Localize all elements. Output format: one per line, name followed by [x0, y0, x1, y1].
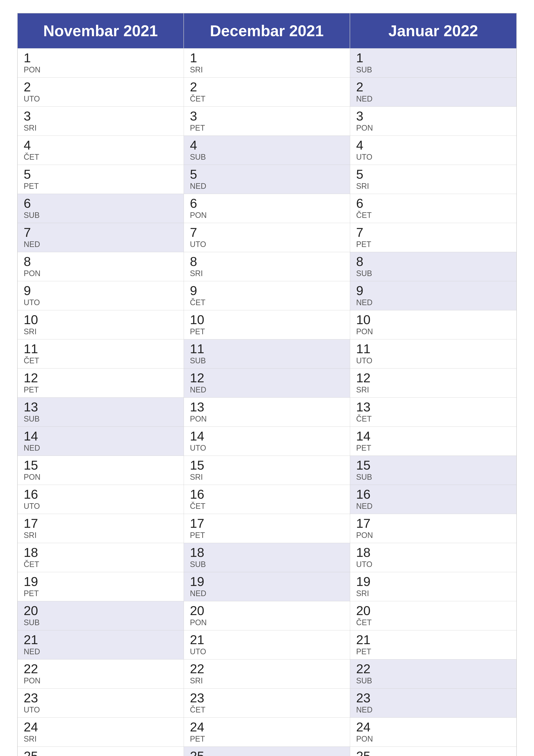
- day-cell: 21NED: [18, 630, 184, 659]
- day-cell: 6SUB: [18, 194, 184, 223]
- day-cell: 10PET: [184, 310, 350, 339]
- day-number: 16: [24, 488, 178, 501]
- day-name: PON: [24, 676, 178, 685]
- day-number: 8: [356, 255, 510, 268]
- day-cell: 3PET: [184, 106, 350, 136]
- day-name: NED: [190, 589, 344, 598]
- day-cell: 19NED: [184, 572, 350, 601]
- day-number: 1: [356, 51, 510, 65]
- day-name: SRI: [190, 65, 344, 74]
- month-header-nov: Novembar 2021: [18, 14, 184, 48]
- day-cell: 12PET: [18, 368, 184, 397]
- day-name: UTO: [356, 356, 510, 365]
- day-cell: 19PET: [18, 572, 184, 601]
- day-number: 11: [190, 342, 344, 355]
- day-number: 18: [24, 546, 178, 559]
- day-cell: 9UTO: [18, 281, 184, 310]
- day-name: UTO: [356, 152, 510, 162]
- day-name: UTO: [24, 502, 178, 511]
- day-number: 8: [24, 255, 178, 268]
- day-name: UTO: [190, 647, 344, 656]
- day-cell: 4UTO: [350, 136, 516, 165]
- day-name: ČET: [356, 618, 510, 627]
- day-cell: 13ČET: [350, 397, 516, 426]
- day-number: 21: [24, 634, 178, 646]
- day-number: 12: [24, 371, 178, 385]
- day-number: 23: [24, 691, 178, 705]
- day-name: PET: [24, 182, 178, 191]
- day-name: PET: [24, 385, 178, 394]
- day-cell: 17SRI: [18, 514, 184, 543]
- day-number: 6: [190, 197, 344, 210]
- day-cell: 25UTO: [350, 746, 516, 756]
- day-name: ČET: [190, 705, 344, 715]
- day-name: SUB: [24, 415, 178, 423]
- day-name: PON: [356, 531, 510, 540]
- day-cell: 3SRI: [18, 106, 184, 136]
- day-cell: 25SUB: [184, 746, 350, 756]
- day-name: SRI: [190, 472, 344, 482]
- day-cell: 17PET: [184, 514, 350, 543]
- day-name: NED: [356, 298, 510, 307]
- day-number: 22: [356, 662, 510, 675]
- day-name: SRI: [356, 589, 510, 598]
- day-number: 23: [356, 691, 510, 705]
- day-number: 23: [190, 691, 344, 705]
- day-name: PET: [190, 531, 344, 540]
- day-number: 7: [356, 226, 510, 239]
- day-number: 18: [190, 546, 344, 559]
- day-name: PON: [356, 123, 510, 133]
- day-name: SUB: [356, 676, 510, 685]
- day-name: NED: [24, 647, 178, 656]
- day-name: SRI: [356, 182, 510, 191]
- day-number: 11: [356, 342, 510, 355]
- day-name: ČET: [190, 94, 344, 103]
- day-number: 21: [190, 634, 344, 646]
- day-number: 15: [24, 459, 178, 472]
- day-cell: 1SUB: [350, 48, 516, 77]
- day-name: SRI: [24, 327, 178, 336]
- day-number: 19: [190, 575, 344, 588]
- day-cell: 12NED: [184, 368, 350, 397]
- day-cell: 18ČET: [18, 543, 184, 572]
- day-cell: 7PET: [350, 223, 516, 252]
- day-number: 20: [24, 604, 178, 617]
- day-cell: 6PON: [184, 194, 350, 223]
- day-cell: 2ČET: [184, 77, 350, 106]
- day-cell: 23NED: [350, 688, 516, 717]
- day-cell: 8SUB: [350, 252, 516, 281]
- day-number: 19: [356, 575, 510, 588]
- day-cell: 25ČET: [18, 746, 184, 756]
- day-number: 5: [190, 168, 344, 181]
- day-cell: 10PON: [350, 310, 516, 339]
- day-cell: 5PET: [18, 165, 184, 194]
- day-name: SUB: [190, 152, 344, 162]
- day-number: 3: [190, 110, 344, 122]
- day-number: 9: [190, 284, 344, 297]
- day-name: UTO: [190, 240, 344, 249]
- day-number: 4: [24, 139, 178, 152]
- day-cell: 22SRI: [184, 659, 350, 688]
- day-name: UTO: [190, 444, 344, 452]
- day-cell: 11ČET: [18, 339, 184, 368]
- day-number: 11: [24, 342, 178, 355]
- day-cell: 24SRI: [18, 717, 184, 746]
- day-number: 8: [190, 255, 344, 268]
- day-number: 6: [356, 197, 510, 210]
- day-cell: 15SUB: [350, 456, 516, 485]
- day-cell: 4ČET: [18, 136, 184, 165]
- day-name: ČET: [24, 152, 178, 162]
- day-cell: 20ČET: [350, 601, 516, 630]
- day-name: SUB: [190, 356, 344, 365]
- day-name: ČET: [356, 211, 510, 220]
- day-name: SRI: [24, 531, 178, 540]
- day-number: 6: [24, 197, 178, 210]
- day-name: UTO: [24, 298, 178, 307]
- day-number: 20: [356, 604, 510, 617]
- day-number: 24: [24, 721, 178, 734]
- day-number: 18: [356, 546, 510, 559]
- day-number: 14: [24, 430, 178, 443]
- day-name: NED: [190, 385, 344, 394]
- day-cell: 14UTO: [184, 426, 350, 456]
- day-cell: 10SRI: [18, 310, 184, 339]
